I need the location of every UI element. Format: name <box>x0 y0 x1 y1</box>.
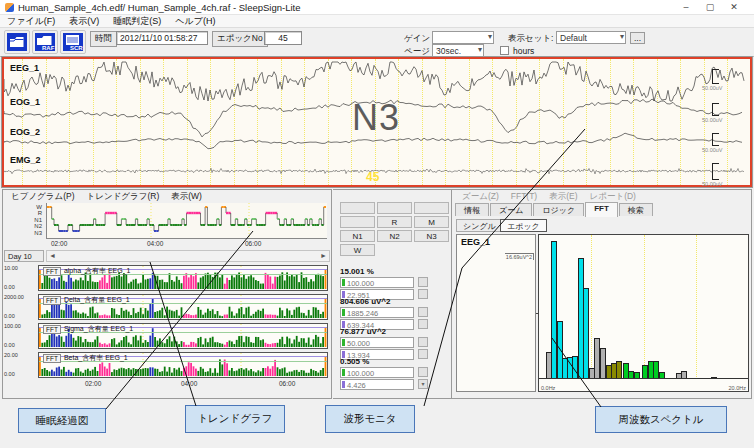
trend-plot[interactable]: FFTalpha_含有率 EEG_1 <box>38 265 328 291</box>
hypnogram-ylabel-N1: N1 <box>29 217 42 223</box>
gain-combo[interactable]: ▾ <box>432 31 494 44</box>
toolbar: RAF SCR 時間 2012/11/10 01:58:27 エポックNo 45… <box>0 28 754 57</box>
screen-icon: SCR <box>63 33 83 51</box>
grid-line <box>696 235 697 379</box>
trend-plot[interactable]: FFTSigma_含有量 EEG_1 <box>38 323 328 349</box>
callout-label-0: 睡眠経過図 <box>18 408 106 433</box>
trend-title: FFTDelta_含有量 EEG_1 <box>43 295 130 305</box>
gain-label: ゲイン <box>404 33 430 45</box>
value-box-upper-2[interactable]: 50.000 <box>340 337 414 348</box>
stage-grid-button-N3[interactable]: N3 <box>414 230 449 242</box>
fft-menu-2[interactable]: 表示(E) <box>543 191 583 203</box>
hypnogram-line <box>47 203 326 238</box>
menu-item-0[interactable]: ファイル(F) <box>0 15 62 28</box>
waveform-monitor[interactable]: N3 45 EEG_1EOG_1EOG_2EMG_2 50.00uV50.00u… <box>2 57 752 187</box>
fft-tab-ロジック[interactable]: ロジック <box>533 203 584 216</box>
stage-grid-button-R[interactable]: R <box>377 216 412 228</box>
stage-grid-button-blank[interactable] <box>340 202 375 214</box>
scale-bracket <box>712 133 719 146</box>
value-box-upper-0[interactable]: 100.000 <box>340 277 414 288</box>
trend-ymin-label: 0.00 <box>4 342 36 348</box>
fft-menu-1[interactable]: FFT(T) <box>505 191 543 203</box>
epoch-no-value: 45 <box>264 31 302 45</box>
chevron-down-icon: ▾ <box>478 45 482 54</box>
fft-mode-1[interactable]: エポック <box>500 219 547 232</box>
spinner-button[interactable] <box>418 307 428 317</box>
trend-ymin-label: 0.00 <box>4 371 36 377</box>
fft-ymax-label: 16.69uV^2 <box>505 253 534 260</box>
value-box-upper-1[interactable]: 1885.246 <box>340 307 414 318</box>
fft-spectrum-chart[interactable]: 0.0Hz 20.0Hz <box>538 234 749 392</box>
app-icon <box>5 3 14 12</box>
hypnogram-menu-1[interactable]: トレンドグラフ(R) <box>81 191 166 203</box>
trend-title-text: Beta_含有率 EEG_1 <box>64 353 128 363</box>
svg-text:RAF: RAF <box>42 45 55 51</box>
stage-grid-button-M[interactable]: M <box>414 216 449 228</box>
fft-tab-FFT[interactable]: FFT <box>585 202 618 217</box>
stage-grid-button-N2[interactable]: N2 <box>377 230 412 242</box>
trend-plot[interactable]: FFTDelta_含有量 EEG_1 <box>38 294 328 320</box>
hours-label: hours <box>513 46 534 56</box>
spectrum-bar <box>653 361 659 379</box>
hypnogram-xlabel-2: 06:00 <box>245 240 261 247</box>
display-set-more-button[interactable]: ... <box>630 32 645 44</box>
fft-tab-情報[interactable]: 情報 <box>455 203 489 216</box>
hypnogram-menu-2[interactable]: 表示(W) <box>165 191 208 203</box>
minimize-button[interactable]: – <box>674 0 698 14</box>
hypnogram-ylabel-N2: N2 <box>29 223 42 229</box>
spinner-button[interactable] <box>418 367 428 377</box>
close-button[interactable]: ✕ <box>722 0 746 14</box>
scale-bracket <box>712 163 719 180</box>
trend-title-text: alpha_含有率 EEG_1 <box>64 266 131 276</box>
trend-ymax-label: 10.00 <box>4 265 36 271</box>
hypnogram-plot[interactable] <box>46 203 327 239</box>
trend-title-text: Delta_含有量 EEG_1 <box>64 295 130 305</box>
fft-spectrum-panel: ズーム(Z)FFT(T)表示(E)レポート(D) 情報ズームロジックFFT検索 … <box>451 189 752 399</box>
spinner-button[interactable] <box>418 277 428 287</box>
fft-mode-0[interactable]: シングル <box>456 219 503 232</box>
page-combo[interactable]: 30sec.▾ <box>432 44 484 57</box>
trend-plot[interactable]: FFTBeta_含有率 EEG_1 <box>38 352 328 378</box>
screen-set-button[interactable]: SCR <box>60 30 86 54</box>
callout-label-1: トレンドグラフ <box>185 405 285 433</box>
callout-label-2: 波形モニタ <box>325 405 415 433</box>
display-set-combo[interactable]: Default▾ <box>556 31 626 44</box>
fft-menu-0[interactable]: ズーム(Z) <box>456 191 505 203</box>
hypnogram-scrollbar[interactable]: ◄ ► <box>46 250 330 262</box>
hypnogram-xlabel-0: 02:00 <box>51 240 67 247</box>
menu-item-1[interactable]: 表示(V) <box>62 15 106 28</box>
grid-line <box>644 235 645 379</box>
hypnogram-ylabel-N3: N3 <box>29 230 42 236</box>
menu-item-2[interactable]: 睡眠判定(S) <box>106 15 168 28</box>
stage-grid-button-blank[interactable] <box>340 216 375 228</box>
spinner-button[interactable] <box>418 289 428 299</box>
spinner-down-icon[interactable]: ▾ <box>418 379 428 389</box>
maximize-button[interactable]: ▢ <box>698 0 722 14</box>
hours-checkbox[interactable] <box>500 46 509 55</box>
stage-grid-button-W[interactable]: W <box>340 244 375 256</box>
hypnogram-menu-0[interactable]: ヒプノグラム(P) <box>5 191 81 203</box>
scale-value-label: 50.00uV <box>702 147 723 153</box>
stage-grid-button-blank[interactable] <box>377 202 412 214</box>
open-edf-button[interactable] <box>4 30 30 54</box>
spinner-button[interactable] <box>418 337 428 347</box>
scroll-right-icon[interactable]: ► <box>318 251 329 261</box>
open-raf-button[interactable]: RAF <box>32 30 58 54</box>
value-box-upper-3[interactable]: 100.000 <box>340 367 414 378</box>
scroll-left-icon[interactable]: ◄ <box>47 251 58 261</box>
stage-grid-button-blank[interactable] <box>414 202 449 214</box>
value-box-text: 50.000 <box>347 339 370 348</box>
spectrum-x-axis <box>539 378 748 379</box>
value-box-lower-3[interactable]: 4.426 <box>340 379 414 390</box>
time-value: 2012/11/10 01:58:27 <box>116 31 208 45</box>
menu-item-3[interactable]: ヘルプ(H) <box>168 15 222 28</box>
value-box-colorbar <box>342 309 345 316</box>
spinner-button[interactable] <box>418 349 428 359</box>
spinner-button[interactable] <box>418 319 428 329</box>
stage-grid-button-N1[interactable]: N1 <box>340 230 375 242</box>
fft-tab-検索[interactable]: 検索 <box>619 203 653 216</box>
trend-row-1: 2000.000.00FFTDelta_含有量 EEG_1 <box>4 294 330 320</box>
spectrum-bar <box>600 348 606 379</box>
fft-tab-ズーム[interactable]: ズーム <box>490 203 532 216</box>
time-label: 時間 <box>90 31 117 47</box>
